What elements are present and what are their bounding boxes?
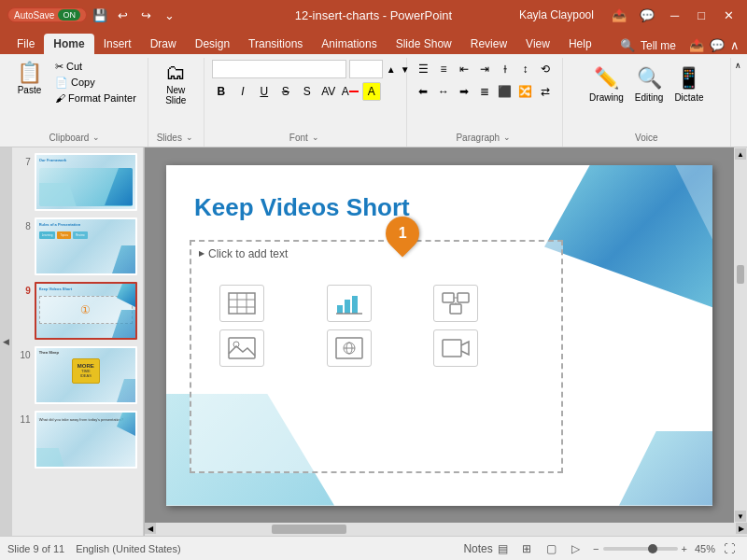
insert-smartart-icon[interactable] [433,285,478,322]
bullets-button[interactable]: ☰ [415,60,432,78]
text-box-button[interactable]: ⬛ [496,82,514,101]
font-expand-icon[interactable]: ⌄ [310,132,321,143]
share-button[interactable]: 📤 [609,5,629,25]
tab-transitions[interactable]: Transitions [239,34,312,54]
tab-review[interactable]: Review [461,34,516,54]
slide-thumb-8[interactable]: 8 Rules of a Presentation Learning Topic… [16,216,139,277]
tell-me[interactable]: Tell me [641,39,676,52]
reading-view-button[interactable]: ▢ [541,539,561,559]
smartart-button[interactable]: 🔀 [516,82,534,101]
scroll-left-button[interactable]: ◀ [145,523,156,534]
slide-thumb-10[interactable]: 10 Then Sleep MORE TIME IDEAS [16,344,139,406]
justify-button[interactable]: ≣ [475,82,493,101]
tab-draw[interactable]: Draw [141,34,186,54]
slide-canvas[interactable]: Keep Videos Short Click to add text [166,165,712,506]
italic-button[interactable]: I [233,82,252,101]
close-button[interactable]: ✕ [718,7,740,24]
align-left-button[interactable]: ⬅ [415,82,432,101]
slide-thumb-7[interactable]: 7 Our Framework [16,151,139,213]
insert-online-picture-icon[interactable] [327,329,372,367]
dictate-button[interactable]: 📱 Dictate [670,63,707,105]
comments-ribbon-button[interactable]: 💬 [710,38,725,52]
slide-thumb-11[interactable]: 11 What did you take away from today's p… [16,409,139,470]
strikethrough-button[interactable]: S [276,82,295,101]
slide-img-9[interactable]: Keep Videos Short ① [35,282,137,340]
save-button[interactable]: 💾 [90,5,110,25]
tab-design[interactable]: Design [186,34,239,54]
slide-thumb-9[interactable]: 9 Keep Videos Short ① [16,280,139,342]
zoom-minus[interactable]: − [593,543,599,554]
fit-slide-button[interactable]: ⛶ [719,539,740,559]
char-spacing-button[interactable]: AV [319,82,338,101]
slide-img-8[interactable]: Rules of a Presentation Learning Topics … [35,217,137,275]
zoom-plus[interactable]: + [682,543,687,554]
tab-slideshow[interactable]: Slide Show [387,34,461,54]
underline-button[interactable]: U [255,82,274,101]
panel-collapse-button[interactable]: ◀ [0,147,12,536]
slide-img-10[interactable]: Then Sleep MORE TIME IDEAS [35,346,137,404]
tab-file[interactable]: File [7,34,44,54]
line-spacing-button[interactable]: ↕ [516,60,534,78]
customize-qa-button[interactable]: ⌄ [160,5,180,25]
indent-more-button[interactable]: ⇥ [475,60,493,78]
slide-content-box[interactable]: Click to add text [190,240,563,473]
font-size-up-button[interactable]: ▲ [386,60,397,78]
tab-home[interactable]: Home [44,34,93,54]
minimize-button[interactable]: ─ [665,7,684,24]
slide-img-7[interactable]: Our Framework [35,153,137,211]
text-highlight-button[interactable]: A [362,82,381,101]
scroll-track-vertical[interactable] [736,160,745,511]
editing-button[interactable]: 🔍 Editing [631,63,668,105]
tab-help[interactable]: Help [559,34,601,54]
scroll-down-button[interactable]: ▼ [735,511,746,522]
search-icon[interactable]: 🔍 [620,38,635,52]
slides-expand-icon[interactable]: ⌄ [184,132,195,143]
scroll-track-horizontal[interactable] [156,523,736,536]
comments-button[interactable]: 💬 [637,5,657,25]
align-right-button[interactable]: ➡ [456,82,473,101]
autosave-toggle[interactable]: AutoSave ON [7,7,87,22]
redo-button[interactable]: ↪ [136,5,157,25]
paste-button[interactable]: 📋 Paste [11,60,48,98]
scroll-thumb-vertical[interactable] [737,265,744,284]
align-center-button[interactable]: ↔ [435,82,453,101]
normal-view-button[interactable]: ▤ [492,539,513,559]
scroll-right-button[interactable]: ▶ [736,523,747,534]
slideshow-button[interactable]: ▷ [565,539,585,559]
bold-button[interactable]: B [212,82,231,101]
drawing-button[interactable]: ✏️ Drawing [585,63,627,105]
zoom-slider[interactable] [603,547,678,551]
ribbon-collapse-button[interactable]: ∧ [732,60,743,71]
insert-chart-icon[interactable] [327,285,372,322]
font-name-input[interactable] [212,60,346,78]
maximize-button[interactable]: □ [692,7,711,24]
zoom-slider-thumb[interactable] [648,544,657,553]
undo-button[interactable]: ↩ [113,5,134,25]
font-size-input[interactable]: 12 [349,60,383,78]
new-slide-button[interactable]: 🗂 New Slide [160,60,191,108]
insert-picture-icon[interactable] [219,329,264,367]
slide-sorter-button[interactable]: ⊞ [516,539,537,559]
paragraph-expand-icon[interactable]: ⌄ [501,132,513,143]
notes-button[interactable]: Notes [468,539,488,559]
cut-button[interactable]: ✂ Cut [51,60,140,74]
share-ribbon-button[interactable]: 📤 [689,38,704,52]
scroll-up-button[interactable]: ▲ [735,148,746,160]
zoom-level[interactable]: 45% [695,543,715,554]
clipboard-expand-icon[interactable]: ⌄ [91,132,102,143]
numbering-button[interactable]: ≡ [435,60,453,78]
tab-insert[interactable]: Insert [94,34,141,54]
tab-view[interactable]: View [516,34,559,54]
insert-table-icon[interactable] [219,285,264,322]
columns-button[interactable]: ⫳ [496,60,514,78]
scroll-thumb-horizontal[interactable] [272,525,346,534]
text-direction-button[interactable]: ⟲ [537,60,555,78]
copy-button[interactable]: 📄 Copy [51,76,140,90]
tab-animations[interactable]: Animations [312,34,386,54]
collapse-ribbon-button[interactable]: ∧ [730,38,740,52]
convert-button[interactable]: ⇄ [537,82,555,101]
indent-less-button[interactable]: ⇤ [456,60,473,78]
font-color-button[interactable]: A [341,82,359,101]
shadow-button[interactable]: S [298,82,317,101]
format-painter-button[interactable]: 🖌 Format Painter [51,91,140,105]
